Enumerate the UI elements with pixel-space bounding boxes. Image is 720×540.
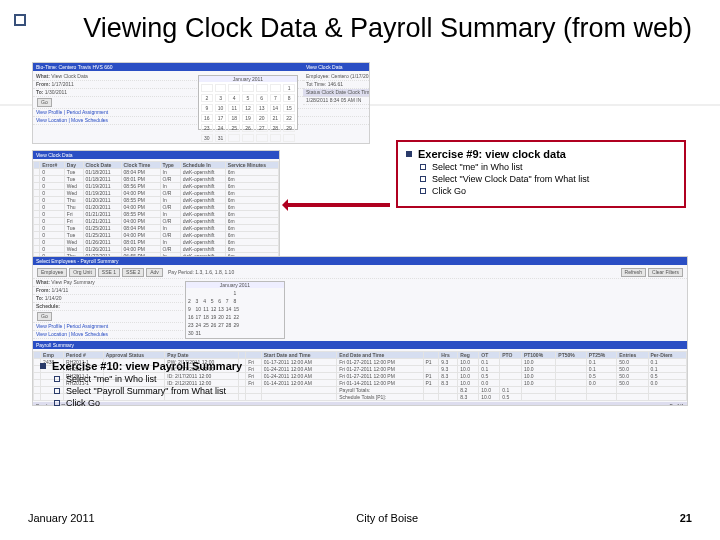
- slide-title: Viewing Clock Data & Payroll Summary (fr…: [28, 12, 692, 44]
- exercise-step: Select "me" in Who list: [66, 374, 156, 384]
- go-button[interactable]: Go: [37, 312, 52, 321]
- sub-bullet-icon: [420, 188, 426, 194]
- footer-org: City of Boise: [356, 512, 418, 524]
- tab[interactable]: Employee: [37, 268, 67, 277]
- go-button[interactable]: Go: [37, 98, 52, 107]
- exercise-10-callout: Exercise #10: view Payroll Summary Selec…: [30, 352, 304, 420]
- exercise-step: Click Go: [432, 186, 466, 196]
- tab[interactable]: SSE 2: [122, 268, 144, 277]
- tab[interactable]: Org Unit: [69, 268, 96, 277]
- clock-data-table: Error#DayClock DateClock TimeTypeSchedul…: [33, 161, 279, 267]
- sub-bullet-icon: [420, 176, 426, 182]
- exercise-step: Select "Payroll Summary" from What list: [66, 386, 226, 396]
- callout-arrow: [284, 203, 390, 207]
- footer-date: January 2011: [28, 512, 95, 524]
- sub-bullet-icon: [420, 164, 426, 170]
- exercise-9-callout: Exercise #9: view clock data Select "me"…: [396, 140, 686, 208]
- calendar[interactable]: January 2011 123456789101112131415161718…: [198, 75, 298, 130]
- exercise-step: Select "me" in Who list: [432, 162, 522, 172]
- exercise-step: Select "View Clock Data" from What list: [432, 174, 589, 184]
- page-number: 21: [680, 512, 692, 524]
- screenshot-clock-controls: Bio-Time: Centero Travis HVS 660 What: V…: [32, 62, 370, 144]
- sub-bullet-icon: [54, 400, 60, 406]
- bullet-icon: [406, 151, 412, 157]
- exercise-10-title: Exercise #10: view Payroll Summary: [52, 360, 242, 372]
- slide-footer: January 2011 City of Boise 21: [28, 512, 692, 524]
- exercise-step: Click Go: [66, 398, 100, 408]
- sub-bullet-icon: [54, 376, 60, 382]
- exercise-9-title: Exercise #9: view clock data: [418, 148, 566, 160]
- decorative-square: [14, 14, 26, 26]
- tab[interactable]: Adv: [146, 268, 163, 277]
- tab[interactable]: SSE 1: [98, 268, 120, 277]
- sub-bullet-icon: [54, 388, 60, 394]
- bullet-icon: [40, 363, 46, 369]
